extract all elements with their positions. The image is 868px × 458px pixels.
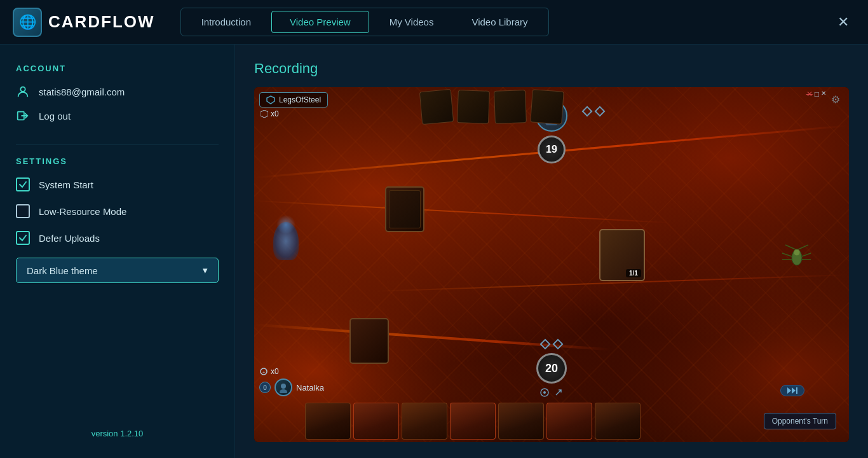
tab-video-preview[interactable]: Video Preview xyxy=(271,11,369,33)
logo-area: 🌐 CARDFLOW xyxy=(13,8,155,37)
svg-text:+: + xyxy=(262,370,265,375)
logout-button[interactable]: Log out xyxy=(16,109,219,123)
tab-video-library[interactable]: Video Library xyxy=(454,11,545,33)
opponent-tokens: x0 xyxy=(261,109,279,118)
combat-icons xyxy=(539,387,564,398)
opponent-hand-area xyxy=(421,90,730,128)
hand-cards xyxy=(305,403,773,442)
battlefield-card-3 xyxy=(349,318,389,364)
player-avatar-img xyxy=(278,382,289,393)
svg-marker-3 xyxy=(261,110,268,118)
opponent-card-2 xyxy=(457,90,490,124)
tab-introduction[interactable]: Introduction xyxy=(184,11,269,33)
svg-point-13 xyxy=(794,249,800,256)
sidebar-footer: version 1.2.10 xyxy=(16,415,219,439)
opponent-life-counter: 19 xyxy=(538,135,566,163)
player-avatar xyxy=(275,378,292,396)
tab-my-videos[interactable]: My Videos xyxy=(372,11,452,33)
combat-icon-2 xyxy=(553,387,564,398)
defer-uploads-checkbox[interactable] xyxy=(16,231,30,245)
svg-line-7 xyxy=(785,245,797,250)
svg-marker-20 xyxy=(787,387,791,394)
checkmark-icon xyxy=(18,180,27,189)
combat-icon-1 xyxy=(539,387,550,398)
version-text: version 1.2.10 xyxy=(92,429,144,438)
divider-1 xyxy=(16,144,219,145)
logout-icon xyxy=(16,109,30,123)
user-email: statis88@gmail.com xyxy=(39,87,125,97)
opponent-card-1 xyxy=(419,89,454,125)
insect-icon xyxy=(779,244,814,272)
header: 🌐 CARDFLOW Introduction Video Preview My… xyxy=(0,0,868,45)
low-resource-row[interactable]: Low-Resource Mode xyxy=(16,204,219,218)
phase-controls xyxy=(541,340,562,348)
turn-indicator: Opponent's Turn xyxy=(764,413,836,429)
hand-card-1[interactable] xyxy=(305,403,351,440)
battlefield-card-1-art xyxy=(389,190,421,228)
svg-line-11 xyxy=(802,253,811,256)
player-name-row: 0 Natalka xyxy=(259,378,324,396)
square-icon: □ xyxy=(815,90,819,99)
svg-point-18 xyxy=(281,384,286,389)
close-button[interactable]: ✕ xyxy=(831,11,855,33)
player-life-counter: 20 xyxy=(536,353,567,384)
svg-point-19 xyxy=(280,389,287,393)
svg-line-9 xyxy=(782,253,792,256)
app-title: CARDFLOW xyxy=(48,12,155,32)
opponent-card-4 xyxy=(530,89,564,124)
svg-marker-2 xyxy=(267,96,275,104)
settings-section-label: SETTINGS xyxy=(16,156,219,166)
defer-uploads-label: Defer Uploads xyxy=(39,233,100,244)
top-right-icons: ✕ □ ✕ xyxy=(806,90,826,99)
hand-card-5[interactable] xyxy=(498,403,544,440)
low-resource-checkbox[interactable] xyxy=(16,204,30,218)
settings-section: SETTINGS System Start Low-Resource Mode xyxy=(16,156,219,283)
system-start-checkbox[interactable] xyxy=(16,177,30,191)
svg-point-0 xyxy=(20,87,25,92)
game-settings-icon[interactable]: ⚙ xyxy=(831,94,840,106)
player-tokens: + x0 xyxy=(259,367,324,376)
theme-label: Dark Blue theme xyxy=(27,265,98,276)
account-section-label: ACCOUNT xyxy=(16,64,219,73)
player-info-area: + x0 0 xyxy=(259,367,324,396)
nav-tabs: Introduction Video Preview My Videos Vid… xyxy=(180,8,549,36)
app-icon: 🌐 xyxy=(13,8,42,37)
defer-uploads-row[interactable]: Defer Uploads xyxy=(16,231,219,245)
player-token-icon: + xyxy=(259,367,268,376)
player-card-count: 0 xyxy=(259,382,271,393)
svg-rect-22 xyxy=(796,387,797,394)
svg-point-15 xyxy=(543,391,546,394)
creature-decoration xyxy=(779,244,814,272)
opponent-name: LegsOfSteel xyxy=(279,95,321,104)
user-icon xyxy=(16,85,30,99)
battlefield-card-1 xyxy=(385,186,424,232)
skip-icon xyxy=(787,387,797,394)
main-body: ACCOUNT statis88@gmail.com Log out SETTI… xyxy=(0,45,868,458)
checkmark-icon-2 xyxy=(18,233,27,242)
low-resource-label: Low-Resource Mode xyxy=(39,206,126,217)
hand-card-4[interactable] xyxy=(450,403,496,440)
player-life-area: 20 xyxy=(536,340,567,398)
system-start-row[interactable]: System Start xyxy=(16,177,219,191)
game-background: ⚙ LegsOfSteel x0 xyxy=(254,87,849,442)
theme-dropdown[interactable]: Dark Blue theme ▾ xyxy=(16,258,219,283)
player-name: Natalka xyxy=(296,383,324,392)
skip-button[interactable] xyxy=(780,385,804,396)
mana-icons: ✕ □ ✕ xyxy=(806,90,826,99)
hand-card-7[interactable] xyxy=(595,403,641,440)
hand-card-3[interactable] xyxy=(402,403,447,440)
logout-label: Log out xyxy=(39,111,71,121)
hand-card-6[interactable] xyxy=(546,403,592,440)
opponent-shield-icon xyxy=(266,95,275,104)
sidebar: ACCOUNT statis88@gmail.com Log out SETTI… xyxy=(0,45,235,458)
recording-label: Recording xyxy=(254,60,849,77)
card-power-toughness: 1/1 xyxy=(626,269,641,277)
svg-marker-21 xyxy=(792,387,796,394)
battlefield-card-2: 1/1 xyxy=(599,229,645,281)
svg-line-8 xyxy=(797,245,808,250)
hand-card-2[interactable] xyxy=(353,403,399,440)
crystal-glow xyxy=(276,215,295,234)
system-start-label: System Start xyxy=(39,179,93,190)
video-frame: ⚙ LegsOfSteel x0 xyxy=(254,87,849,442)
phase-ctrl-1 xyxy=(540,339,551,350)
